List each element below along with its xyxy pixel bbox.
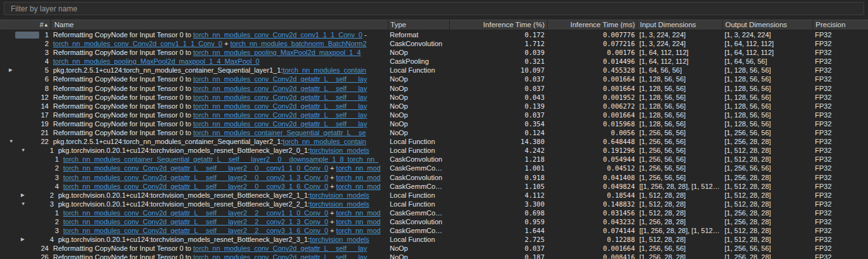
table-row[interactable]: 24Reformatting CopyNode for Input Tensor… [0,244,868,253]
column-header-number[interactable]: #▲ [0,20,51,30]
column-header-output-dimensions[interactable]: Output Dimensions [722,20,812,30]
table-row[interactable]: 6Reformatting CopyNode for Input Tensor … [0,75,868,83]
table-row[interactable]: 3torch_nn_modules_conv_Conv2d_getattr_L_… [0,226,868,235]
layer-link[interactable]: torch_nn_mod [336,209,380,217]
layer-link[interactable]: torch_nn_modules_conv_Conv2d_conv1_1_1_C… [193,31,363,39]
table-row[interactable]: 2torch_nn_modules_conv_Conv2d_getattr_L_… [0,164,868,172]
layer-link[interactable]: torch_nn_modules_conv_Conv2d_getattr_L__… [193,85,367,92]
column-header-precision[interactable]: Precision [812,20,868,30]
table-row[interactable]: 14Reformatting CopyNode for Input Tensor… [0,102,868,111]
table-row[interactable]: ▼22pkg.torch.2.5.1+cu124:torch_nn_module… [0,137,868,146]
table-row[interactable]: 8Reformatting CopyNode for Input Tensor … [0,84,868,93]
column-header-type[interactable]: Type [388,20,449,30]
layer-link[interactable]: torch_nn_modules_conv_Conv2d_getattr_L__… [63,164,329,172]
precision-cell: FP32 [812,102,868,111]
layer-filter-input[interactable] [4,2,864,15]
layer-name-text: + [329,164,337,172]
layer-name-cell: torch_nn_modules_conv_Conv2d_getattr_L__… [61,226,388,235]
column-header-name[interactable]: Name [51,20,388,30]
table-row[interactable]: 4torch_nn_modules_conv_Conv2d_getattr_L_… [0,182,868,191]
layer-link[interactable]: torch_nn_modules_contain [283,138,366,145]
layer-link[interactable]: torch_nn_modules_conv_Conv2d_getattr_L__… [193,253,367,259]
layer-link[interactable]: torchvision_models [310,191,369,199]
table-row[interactable]: 1Reformatting CopyNode for Input Tensor … [0,30,868,39]
layer-link[interactable]: torch_nn_modules_conv_Conv2d_getattr_L__… [63,218,329,226]
inference-time-ms-cell: 0.001664 [547,111,637,119]
layer-link[interactable]: torch_nn_modules_conv_Conv2d_getattr_L__… [193,93,367,101]
layer-type-cell: NoOp [388,128,449,137]
layer-link[interactable]: torch_nn_modules_conv_Conv2d_getattr_L__… [193,244,367,252]
column-header-input-dimensions[interactable]: Input Dimensions [637,20,722,30]
tree-collapsed-icon[interactable]: ▶ [9,66,13,75]
table-row[interactable]: 3torch_nn_modules_conv_Conv2d_getattr_L_… [0,173,868,182]
layer-link[interactable]: torch_nn_mod [336,164,380,172]
row-number: 1 [45,31,49,39]
table-row[interactable]: 1torch_nn_modules_conv_Conv2d_getattr_L_… [0,208,868,217]
layer-link[interactable]: torch_nn_modules_conv_Conv2d_getattr_L__… [193,111,367,119]
table-row[interactable]: ▼1pkg.torchvision.0.20.1+cu124:torchvisi… [0,146,868,155]
layer-link[interactable]: torch_nn_modules_conv_Conv2d_getattr_L__… [193,102,367,110]
layer-name-cell: torch_nn_modules_conv_Conv2d_getattr_L__… [61,182,388,191]
table-row[interactable]: 12Reformatting CopyNode for Input Tensor… [0,93,868,102]
layer-link[interactable]: torch_nn_modules_contain [283,66,366,74]
row-number: 4 [45,57,49,65]
layer-link[interactable]: torch_nn_modules_container_Sequential_ge… [63,155,378,163]
layer-link[interactable]: torchvision_models [310,200,369,208]
layer-link[interactable]: torch_nn_modules_pooling_MaxPool2d_maxpo… [53,57,260,65]
output-dimensions-cell: [1, 512, 28, 28] [722,146,812,155]
tree-collapsed-icon[interactable]: ▶ [21,191,25,200]
tree-expanded-icon[interactable]: ▼ [9,137,13,146]
row-number: 2 [55,164,59,172]
input-dimensions-cell: [1, 256, 56, 56] [637,173,722,182]
column-header-inference-time-pct[interactable]: Inference Time (%) [449,20,547,30]
output-dimensions-cell: [1, 512, 28, 28] [722,235,812,244]
layer-link[interactable]: torch_nn_mod [336,174,380,181]
layer-type-cell: NoOp [388,111,449,119]
row-number-cell: 4 [0,182,61,191]
layer-link[interactable]: torch_nn_modules_conv_Conv2d_getattr_L__… [63,227,329,234]
layer-link[interactable]: torch_nn_modules_conv_Conv2d_getattr_L__… [63,183,329,190]
tree-expanded-icon[interactable]: ▼ [21,200,25,208]
layer-link[interactable]: torch_nn_modules_conv_Conv2d_getattr_L__… [63,209,329,217]
table-row[interactable]: 26Reformatting CopyNode for Input Tensor… [0,253,868,259]
inference-time-pct-cell: 4.112 [449,191,547,200]
layer-link[interactable]: torchvision_models [310,236,369,243]
layer-link[interactable]: torch_nn_modules_conv_Conv2d_getattr_L__… [193,75,367,83]
table-row[interactable]: 19Reformatting CopyNode for Input Tensor… [0,119,868,128]
table-row[interactable]: 21Reformatting CopyNode for Input Tensor… [0,128,868,137]
layer-name-cell: pkg.torchvision.0.20.1+cu124:torchvision… [56,235,388,244]
layer-link[interactable]: torch_nn_modules_conv_Conv2d_conv1_1_1_C… [53,40,222,47]
table-row[interactable]: 1torch_nn_modules_container_Sequential_g… [0,155,868,164]
table-row[interactable]: ▶4pkg.torchvision.0.20.1+cu124:torchvisi… [0,235,868,244]
table-row[interactable]: 17Reformatting CopyNode for Input Tensor… [0,111,868,119]
table-row[interactable]: ▶5pkg.torch.2.5.1+cu124:torch_nn_modules… [0,66,868,75]
layer-type-cell: CaskConvolution [388,39,449,48]
layer-link[interactable]: torch_nn_modules_conv_Conv2d_getattr_L__… [193,120,367,128]
layer-link[interactable]: torch_nn_modules_conv_Conv2d_getattr_L__… [63,174,329,181]
layer-link[interactable]: torch_nn_mod [336,183,380,190]
inference-time-pct-cell: 0.959 [449,217,547,226]
row-number-cell: 2 [0,217,61,226]
table-row[interactable]: 2torch_nn_modules_conv_Conv2d_conv1_1_1_… [0,39,868,48]
layer-link[interactable]: torch_nn_mod [336,218,380,226]
layer-link[interactable]: torch_nn_modules_container_Sequential_ge… [193,129,366,136]
table-row[interactable]: 4torch_nn_modules_pooling_MaxPool2d_maxp… [0,57,868,66]
output-dimensions-cell: [1, 64, 56, 56] [722,57,812,66]
inference-time-ms-cell: 0.001952 [547,93,637,102]
table-row[interactable]: ▶2pkg.torchvision.0.20.1+cu124:torchvisi… [0,191,868,200]
layer-link[interactable]: torch_nn_mod [336,227,380,234]
row-number-cell: 3 [0,48,51,57]
table-row[interactable]: 3Reformatting CopyNode for Input Tensor … [0,48,868,57]
tree-expanded-icon[interactable]: ▼ [21,146,25,155]
table-row[interactable]: ▼3pkg.torchvision.0.20.1+cu124:torchvisi… [0,200,868,208]
tree-collapsed-icon[interactable]: ▶ [21,235,25,244]
layer-name-cell: torch_nn_modules_conv_Conv2d_getattr_L__… [61,217,388,226]
table-row[interactable]: 2torch_nn_modules_conv_Conv2d_getattr_L_… [0,217,868,226]
layer-link[interactable]: torch_nn_modules_pooling_MaxPool2d_maxpo… [193,49,361,56]
output-dimensions-cell: [1, 128, 56, 56] [722,119,812,128]
row-number: 4 [55,183,59,190]
column-header-inference-time-ms[interactable]: Inference Time (ms) [547,20,637,30]
layer-link[interactable]: torchvision_models [310,147,369,154]
layer-link[interactable]: torch_nn_modules_batchnorm_BatchNorm2 [230,40,366,47]
precision-cell: FP32 [812,119,868,128]
